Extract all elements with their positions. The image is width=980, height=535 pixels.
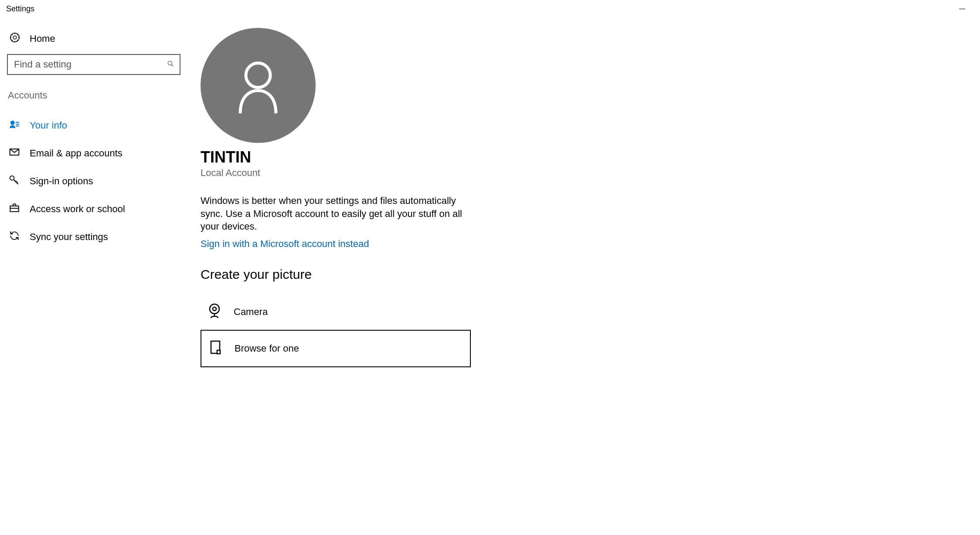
svg-point-14: [213, 307, 216, 311]
person-card-icon: [9, 119, 20, 132]
svg-line-3: [171, 64, 173, 66]
username: TINTIN: [201, 148, 980, 166]
sidebar-item-label: Your info: [30, 120, 67, 131]
sidebar-item-signin[interactable]: Sign-in options: [7, 167, 180, 195]
avatar: [201, 28, 316, 143]
camera-icon: [206, 302, 223, 322]
sidebar-item-label: Sync your settings: [30, 231, 108, 243]
create-picture-heading: Create your picture: [201, 267, 980, 282]
user-silhouette-icon: [232, 55, 284, 116]
titlebar: Settings: [0, 0, 980, 17]
home-nav[interactable]: Home: [7, 28, 180, 54]
svg-point-4: [11, 121, 14, 125]
minimize-button[interactable]: [952, 2, 972, 16]
sidebar-item-label: Sign-in options: [30, 176, 93, 187]
svg-rect-10: [10, 206, 19, 212]
svg-rect-17: [217, 350, 220, 354]
camera-label: Camera: [234, 306, 268, 318]
svg-point-1: [10, 33, 19, 42]
sidebar-section-label: Accounts: [7, 86, 180, 112]
svg-point-12: [246, 63, 270, 88]
sync-description: Windows is better when your settings and…: [201, 194, 471, 233]
sidebar-item-label: Email & app accounts: [30, 148, 122, 159]
picture-options: Camera Browse for one: [201, 294, 471, 367]
search-input[interactable]: [14, 59, 167, 70]
briefcase-icon: [9, 202, 20, 216]
main-content: TINTIN Local Account Windows is better w…: [187, 28, 980, 367]
sidebar-item-sync[interactable]: Sync your settings: [7, 223, 180, 251]
svg-point-9: [10, 176, 14, 180]
search-box[interactable]: [7, 54, 180, 75]
svg-point-13: [210, 304, 219, 314]
minimize-icon: [959, 9, 965, 9]
camera-option[interactable]: Camera: [201, 294, 471, 330]
browse-option[interactable]: Browse for one: [201, 330, 471, 367]
home-label: Home: [30, 33, 55, 44]
file-icon: [207, 339, 224, 359]
search-icon: [167, 59, 174, 70]
svg-point-0: [13, 36, 16, 39]
window-title: Settings: [6, 4, 34, 14]
browse-label: Browse for one: [235, 343, 299, 354]
sidebar-item-email[interactable]: Email & app accounts: [7, 139, 180, 167]
sidebar-item-label: Access work or school: [30, 203, 125, 215]
sidebar-item-your-info[interactable]: Your info: [7, 112, 180, 139]
signin-microsoft-link[interactable]: Sign in with a Microsoft account instead: [201, 238, 369, 250]
sidebar: Home Accounts Your: [0, 28, 187, 367]
app-body: Home Accounts Your: [0, 17, 980, 367]
account-type: Local Account: [201, 167, 980, 179]
sidebar-item-work[interactable]: Access work or school: [7, 195, 180, 223]
gear-icon: [9, 31, 21, 46]
key-icon: [9, 174, 20, 188]
svg-point-2: [168, 61, 172, 65]
envelope-icon: [9, 146, 20, 160]
sync-icon: [9, 230, 20, 244]
